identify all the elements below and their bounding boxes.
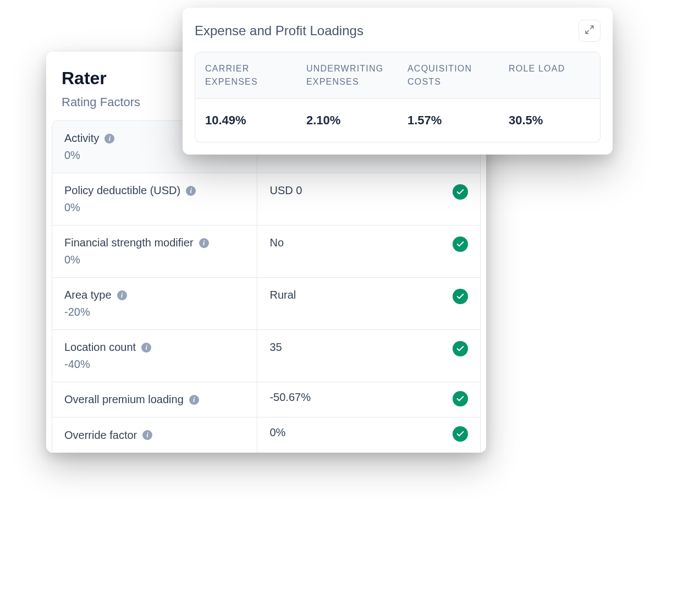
factor-label-line: Policy deductible (USD) [64, 184, 245, 197]
factor-label: Policy deductible (USD) [64, 184, 180, 197]
factor-label-line: Location count [64, 341, 245, 354]
check-icon [453, 391, 468, 406]
factor-percent: 0% [64, 201, 245, 214]
factor-label-cell: Override factor [52, 417, 257, 453]
factor-label: Financial strength modifier [64, 237, 194, 249]
factor-row: Financial strength modifier0%No [52, 226, 480, 278]
factor-label-cell: Financial strength modifier0% [52, 226, 257, 277]
factor-row: Policy deductible (USD)0%USD 0 [52, 173, 480, 226]
loadings-value: 1.57% [398, 99, 499, 142]
factor-percent: 0% [64, 254, 245, 266]
svg-line-1 [586, 31, 588, 34]
loadings-table-row: 10.49%2.10%1.57%30.5% [195, 99, 600, 142]
loadings-column-header: CARRIER EXPENSES [195, 52, 296, 98]
info-icon[interactable] [189, 395, 199, 405]
info-icon[interactable] [142, 430, 152, 440]
loadings-table: CARRIER EXPENSESUNDERWRITING EXPENSESACQ… [195, 52, 601, 142]
factor-value-cell: USD 0 [257, 173, 480, 225]
factor-percent: -20% [64, 306, 245, 318]
factor-label-cell: Location count-40% [52, 330, 257, 382]
factor-value-cell: 35 [257, 330, 480, 382]
loadings-title: Expense and Profit Loadings [195, 23, 363, 38]
factor-row: Overall premium loading-50.67% [52, 382, 480, 417]
rating-factors-table: Activity0%Policy deductible (USD)0%USD 0… [52, 120, 481, 453]
check-icon [453, 341, 468, 356]
info-icon[interactable] [117, 290, 127, 300]
check-icon [453, 237, 468, 252]
factor-label-line: Area type [64, 289, 245, 301]
factor-label-line: Override factor [64, 429, 245, 442]
factor-value-cell: Rural [257, 278, 480, 329]
loadings-table-head: CARRIER EXPENSESUNDERWRITING EXPENSESACQ… [195, 52, 600, 99]
loadings-value: 10.49% [195, 99, 296, 142]
check-icon [453, 289, 468, 304]
factor-value-cell: 0% [257, 417, 480, 453]
factor-row: Area type-20%Rural [52, 278, 480, 330]
factor-label: Area type [64, 289, 112, 301]
factor-value: No [269, 237, 284, 249]
factor-label-cell: Area type-20% [52, 278, 257, 329]
factor-label-line: Overall premium loading [64, 393, 245, 406]
factor-label: Override factor [64, 429, 137, 442]
loadings-column-header: UNDERWRITING EXPENSES [296, 52, 398, 98]
factor-percent: -40% [64, 358, 245, 371]
check-icon [453, 426, 468, 442]
info-icon[interactable] [186, 186, 196, 196]
factor-value-cell: No [257, 226, 480, 277]
factor-value: -50.67% [269, 391, 311, 404]
loadings-column-header: ROLE LOAD [499, 52, 600, 98]
svg-line-0 [591, 26, 593, 29]
info-icon[interactable] [104, 134, 114, 144]
factor-value: 0% [269, 426, 285, 439]
factor-value-cell: -50.67% [257, 382, 480, 417]
loadings-card: Expense and Profit Loadings CARRIER EXPE… [183, 8, 613, 155]
info-icon[interactable] [199, 238, 209, 248]
factor-label: Overall premium loading [64, 393, 184, 406]
check-icon [453, 184, 468, 200]
loadings-header: Expense and Profit Loadings [195, 20, 601, 42]
factor-value: 35 [269, 341, 282, 354]
factor-label: Location count [64, 341, 136, 354]
loadings-value: 30.5% [499, 99, 600, 142]
expand-icon [585, 25, 594, 37]
expand-button[interactable] [579, 20, 601, 42]
loadings-value: 2.10% [296, 99, 398, 142]
factor-label: Activity [64, 132, 99, 145]
factor-label-line: Financial strength modifier [64, 237, 245, 249]
factor-value: USD 0 [269, 184, 302, 197]
factor-label-cell: Overall premium loading [52, 382, 257, 417]
factor-row: Location count-40%35 [52, 330, 480, 382]
factor-value: Rural [269, 289, 296, 301]
factor-row: Override factor0% [52, 417, 480, 453]
info-icon[interactable] [141, 343, 151, 353]
factor-label-cell: Policy deductible (USD)0% [52, 173, 257, 225]
loadings-column-header: ACQUISITION COSTS [398, 52, 499, 98]
